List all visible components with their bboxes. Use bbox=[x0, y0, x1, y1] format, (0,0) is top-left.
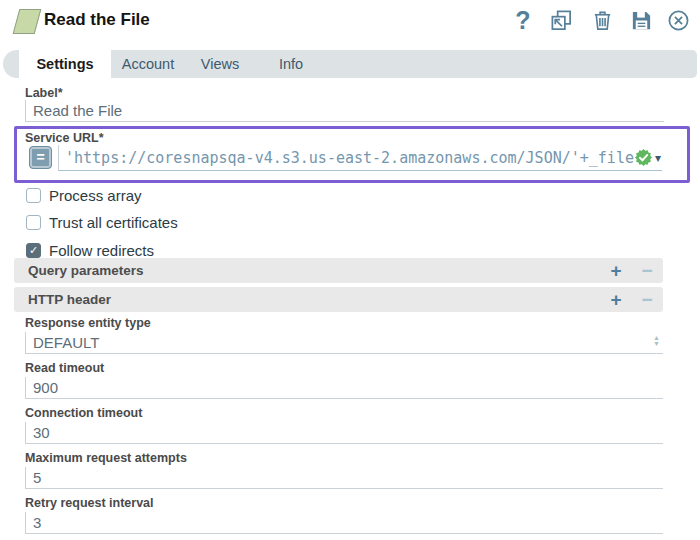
expression-toggle-button[interactable]: = bbox=[29, 146, 52, 169]
connection-timeout-input[interactable]: 30 bbox=[25, 422, 663, 444]
close-button[interactable] bbox=[667, 8, 691, 32]
valid-check-badge-icon bbox=[635, 149, 652, 166]
save-icon bbox=[630, 9, 654, 32]
trust-all-certificates-checkbox[interactable] bbox=[26, 215, 41, 230]
checkbox-row-trust-certificates: Trust all certificates bbox=[26, 213, 178, 231]
section-label: HTTP header bbox=[28, 292, 609, 307]
help-button[interactable]: ? bbox=[511, 8, 535, 32]
expand-button[interactable] bbox=[550, 8, 574, 32]
page-title: Read the File bbox=[44, 10, 150, 30]
field-label: Response entity type bbox=[25, 316, 663, 330]
add-row-icon[interactable]: + bbox=[609, 289, 623, 311]
field-read-timeout: Read timeout 900 bbox=[25, 361, 663, 399]
checkbox-label: Trust all certificates bbox=[49, 214, 178, 231]
retry-request-interval-input[interactable]: 3 bbox=[25, 512, 663, 534]
expand-icon bbox=[550, 9, 574, 32]
service-url-value: 'https://coresnapsqa-v4.s3.us-east-2.ama… bbox=[65, 149, 634, 167]
field-label: Read timeout bbox=[25, 361, 663, 375]
checkbox-label: Follow redirects bbox=[49, 242, 154, 259]
follow-redirects-checkbox[interactable]: ✓ bbox=[26, 243, 41, 258]
field-maximum-request-attempts: Maximum request attempts 5 bbox=[25, 451, 663, 489]
service-url-input[interactable]: 'https://coresnapsqa-v4.s3.us-east-2.ama… bbox=[58, 145, 662, 171]
suggest-dropdown-icon[interactable]: ▾ bbox=[655, 151, 661, 165]
tab-settings[interactable]: Settings bbox=[19, 50, 111, 78]
section-http-header[interactable]: HTTP header + − bbox=[14, 287, 663, 312]
service-url-label: Service URL* bbox=[25, 131, 104, 145]
tab-account[interactable]: Account bbox=[113, 50, 183, 78]
read-timeout-input[interactable]: 900 bbox=[25, 377, 663, 399]
field-response-entity-type: Response entity type DEFAULT ▲ ▼ bbox=[25, 316, 663, 354]
close-icon bbox=[667, 9, 691, 32]
help-icon: ? bbox=[511, 8, 535, 32]
response-entity-type-select[interactable]: DEFAULT ▲ ▼ bbox=[25, 332, 663, 354]
process-array-checkbox[interactable] bbox=[26, 188, 41, 203]
add-row-icon[interactable]: + bbox=[609, 260, 623, 282]
tab-views[interactable]: Views bbox=[191, 50, 249, 78]
snap-icon bbox=[13, 9, 42, 34]
section-query-parameters[interactable]: Query parameters + − bbox=[14, 258, 663, 283]
label-field-label: Label* bbox=[25, 86, 63, 100]
field-label: Connection timeout bbox=[25, 406, 663, 420]
checkbox-label: Process array bbox=[49, 187, 142, 204]
field-connection-timeout: Connection timeout 30 bbox=[25, 406, 663, 444]
field-retry-request-interval: Retry request interval 3 bbox=[25, 496, 663, 534]
snap-settings-dialog: Read the File ? bbox=[0, 0, 700, 540]
section-label: Query parameters bbox=[28, 263, 609, 278]
label-field-input[interactable]: Read the File bbox=[25, 100, 664, 122]
tab-bar: Settings Account Views Info bbox=[3, 50, 697, 78]
trash-icon bbox=[591, 9, 615, 32]
remove-row-icon[interactable]: − bbox=[640, 289, 654, 311]
select-spinner-icon[interactable]: ▲ ▼ bbox=[653, 335, 660, 347]
checkbox-row-follow-redirects: ✓ Follow redirects bbox=[26, 241, 154, 259]
save-button[interactable] bbox=[630, 8, 654, 32]
maximum-request-attempts-input[interactable]: 5 bbox=[25, 467, 663, 489]
delete-button[interactable] bbox=[591, 8, 615, 32]
field-label: Retry request interval bbox=[25, 496, 663, 510]
remove-row-icon[interactable]: − bbox=[640, 260, 654, 282]
field-label: Maximum request attempts bbox=[25, 451, 663, 465]
checkbox-row-process-array: Process array bbox=[26, 186, 142, 204]
tab-info[interactable]: Info bbox=[265, 50, 317, 78]
